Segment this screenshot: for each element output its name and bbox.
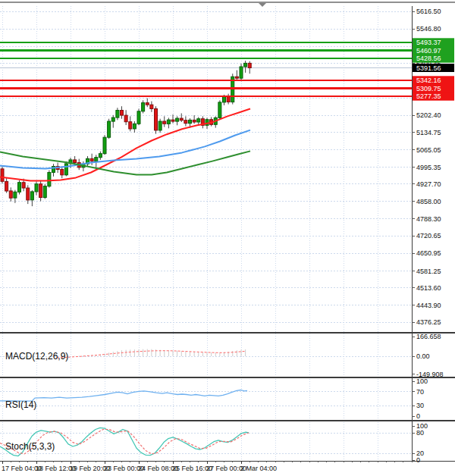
candle-bullish	[223, 97, 226, 102]
candle-bearish	[193, 120, 196, 122]
candle-bearish	[61, 170, 64, 175]
candle-bullish	[158, 121, 162, 130]
candle-bearish	[248, 63, 251, 67]
trading-chart-window: 5616.505546.805409.455202.405134.755065.…	[0, 0, 455, 476]
stoch-indicator-label: Stoch(5,3,3)	[5, 441, 55, 452]
candle-bearish	[22, 183, 25, 188]
candle-bearish	[163, 121, 166, 124]
candle-bullish	[176, 118, 179, 121]
candle-bullish	[111, 117, 115, 121]
candle-bullish	[108, 121, 111, 137]
pane-separator	[0, 332, 455, 334]
pane-separator	[0, 377, 455, 378]
candle-bearish	[227, 97, 230, 102]
candle-bearish	[74, 160, 77, 163]
rsi-indicator-label: RSI(14)	[5, 399, 36, 410]
candle-bullish	[116, 111, 119, 118]
candle-bearish	[9, 191, 12, 198]
candle-bearish	[39, 184, 42, 198]
candle-bullish	[244, 63, 247, 67]
candle-bearish	[5, 181, 8, 191]
time-axis[interactable]	[0, 461, 455, 476]
candle-bullish	[240, 67, 243, 78]
candle-bearish	[171, 120, 174, 121]
macd-signal-line	[57, 351, 245, 358]
candle-bullish	[103, 137, 106, 154]
macd-indicator-label: MACD(12,26,9)	[5, 351, 68, 362]
candle-bullish	[14, 192, 17, 198]
candle-bullish	[142, 103, 145, 111]
candle-bearish	[90, 158, 93, 161]
candle-bearish	[27, 188, 30, 200]
candle-bullish	[137, 111, 140, 124]
candle-bullish	[43, 186, 46, 198]
candle-bearish	[121, 111, 124, 116]
chart-canvas[interactable]: 5616.505546.805409.455202.405134.755065.…	[0, 0, 455, 476]
candle-bullish	[48, 173, 51, 186]
candle-bullish	[218, 102, 221, 118]
candle-bearish	[235, 77, 238, 78]
candle-bearish	[184, 121, 187, 124]
candle-bullish	[197, 119, 200, 122]
candle-bullish	[95, 158, 98, 161]
chart-shift-marker-icon	[259, 3, 266, 7]
pane-separator	[0, 420, 455, 421]
candle-bullish	[133, 124, 136, 129]
price-axis[interactable]	[413, 6, 455, 461]
candle-bullish	[167, 120, 170, 124]
candle-bullish	[18, 183, 21, 193]
candle-bullish	[35, 184, 38, 192]
candle-bullish	[30, 192, 33, 200]
candle-bearish	[180, 118, 183, 121]
candle-bearish	[150, 105, 153, 108]
candle-bearish	[1, 169, 4, 182]
candle-bearish	[146, 103, 149, 105]
candle-bearish	[124, 115, 127, 122]
candle-bullish	[99, 154, 102, 158]
candle-bullish	[64, 164, 67, 175]
candle-bearish	[129, 122, 132, 129]
candle-bullish	[189, 120, 192, 123]
candle-bearish	[155, 109, 158, 130]
